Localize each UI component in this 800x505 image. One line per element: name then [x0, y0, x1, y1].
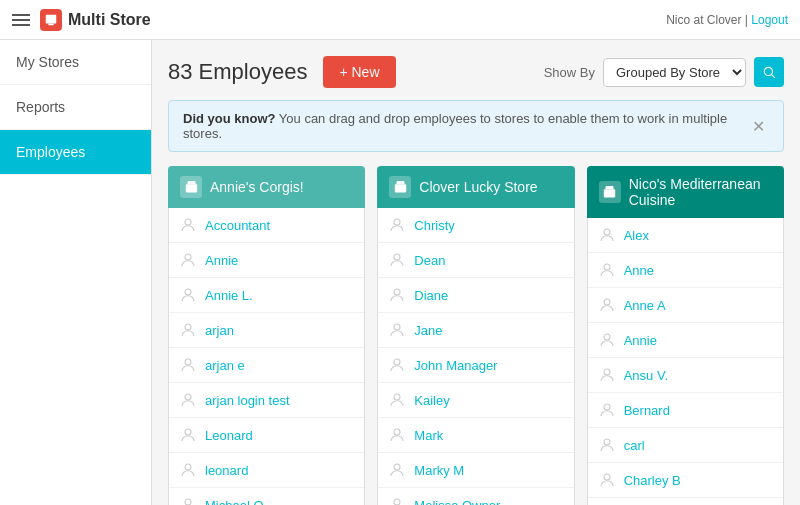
- employee-name: Kailey: [414, 393, 449, 408]
- list-item[interactable]: Christy: [378, 208, 573, 243]
- close-banner-button[interactable]: ✕: [748, 117, 769, 136]
- person-icon: [598, 296, 616, 314]
- logout-link[interactable]: Logout: [751, 13, 788, 27]
- store-name: Clover Lucky Store: [419, 179, 537, 195]
- svg-point-22: [394, 429, 400, 435]
- list-item[interactable]: Melissa Owner: [378, 488, 573, 505]
- person-icon: [598, 331, 616, 349]
- person-icon: [598, 436, 616, 454]
- svg-point-11: [185, 429, 191, 435]
- list-item[interactable]: arjan e: [169, 348, 364, 383]
- employee-name: Annie: [205, 253, 238, 268]
- employee-name: Mark: [414, 428, 443, 443]
- store-icon: [389, 176, 411, 198]
- main-layout: My Stores Reports Employees 83 Employees…: [0, 40, 800, 505]
- person-icon: [388, 461, 406, 479]
- svg-point-21: [394, 394, 400, 400]
- svg-point-19: [394, 324, 400, 330]
- content-header: 83 Employees + New Show By Grouped By St…: [168, 56, 784, 88]
- list-item[interactable]: Mark: [378, 418, 573, 453]
- svg-point-18: [394, 289, 400, 295]
- list-item[interactable]: Diane: [378, 278, 573, 313]
- svg-point-6: [185, 254, 191, 260]
- employee-name: Michael Q: [205, 498, 264, 506]
- employee-name: Alex: [624, 228, 649, 243]
- list-item[interactable]: Ansu V.: [588, 358, 783, 393]
- employee-name: arjan e: [205, 358, 245, 373]
- svg-point-12: [185, 464, 191, 470]
- page-title: 83 Employees: [168, 59, 307, 85]
- list-item[interactable]: Christian B.: [588, 498, 783, 505]
- svg-point-17: [394, 254, 400, 260]
- employee-name: Jane: [414, 323, 442, 338]
- person-icon: [598, 261, 616, 279]
- list-item[interactable]: Charley B: [588, 463, 783, 498]
- list-item[interactable]: Dean: [378, 243, 573, 278]
- sidebar-item-reports[interactable]: Reports: [0, 85, 151, 130]
- list-item[interactable]: John Manager: [378, 348, 573, 383]
- svg-point-31: [604, 369, 610, 375]
- list-item[interactable]: Anne A: [588, 288, 783, 323]
- brand-name: Multi Store: [68, 11, 151, 29]
- store-header-clover-lucky: Clover Lucky Store: [377, 166, 574, 208]
- nav-right: Nico at Clover | Logout: [666, 13, 788, 27]
- list-item[interactable]: Michael Q: [169, 488, 364, 505]
- person-icon: [179, 216, 197, 234]
- person-icon: [388, 426, 406, 444]
- svg-point-24: [394, 499, 400, 505]
- hamburger-menu[interactable]: [12, 14, 30, 26]
- employee-name: Diane: [414, 288, 448, 303]
- info-banner: Did you know? You can drag and drop empl…: [168, 100, 784, 152]
- svg-point-29: [604, 299, 610, 305]
- svg-rect-15: [395, 184, 406, 192]
- employee-list-annies-corgis: Accountant Annie Annie L. arjan: [168, 208, 365, 505]
- store-icon: [599, 181, 621, 203]
- list-item[interactable]: Bernard: [588, 393, 783, 428]
- employee-name: Leonard: [205, 428, 253, 443]
- person-icon: [179, 251, 197, 269]
- sidebar-item-my-stores[interactable]: My Stores: [0, 40, 151, 85]
- svg-point-2: [764, 67, 772, 75]
- list-item[interactable]: arjan login test: [169, 383, 364, 418]
- list-item[interactable]: carl: [588, 428, 783, 463]
- show-by-label: Show By: [544, 65, 595, 80]
- sidebar: My Stores Reports Employees: [0, 40, 152, 505]
- list-item[interactable]: arjan: [169, 313, 364, 348]
- list-item[interactable]: Annie: [588, 323, 783, 358]
- list-item[interactable]: Anne: [588, 253, 783, 288]
- svg-point-34: [604, 474, 610, 480]
- person-icon: [179, 356, 197, 374]
- search-button[interactable]: [754, 57, 784, 87]
- svg-point-30: [604, 334, 610, 340]
- store-header-nicos-mediterranean: Nico's Mediterranean Cuisine: [587, 166, 784, 218]
- grouped-by-select[interactable]: Grouped By Store: [603, 58, 746, 87]
- list-item[interactable]: Jane: [378, 313, 573, 348]
- list-item[interactable]: Accountant: [169, 208, 364, 243]
- brand: Multi Store: [40, 9, 151, 31]
- svg-rect-0: [46, 14, 57, 23]
- svg-point-27: [604, 229, 610, 235]
- employee-name: leonard: [205, 463, 248, 478]
- employee-name: Anne: [624, 263, 654, 278]
- svg-point-32: [604, 404, 610, 410]
- list-item[interactable]: Alex: [588, 218, 783, 253]
- new-button[interactable]: + New: [323, 56, 395, 88]
- employee-name: Annie: [624, 333, 657, 348]
- brand-icon: [40, 9, 62, 31]
- svg-point-23: [394, 464, 400, 470]
- header-right: Show By Grouped By Store: [544, 57, 784, 87]
- list-item[interactable]: Marky M: [378, 453, 573, 488]
- list-item[interactable]: Leonard: [169, 418, 364, 453]
- banner-text: Did you know? You can drag and drop empl…: [183, 111, 748, 141]
- person-icon: [388, 216, 406, 234]
- list-item[interactable]: leonard: [169, 453, 364, 488]
- svg-point-20: [394, 359, 400, 365]
- list-item[interactable]: Annie: [169, 243, 364, 278]
- list-item[interactable]: Kailey: [378, 383, 573, 418]
- person-icon: [179, 461, 197, 479]
- sidebar-item-employees[interactable]: Employees: [0, 130, 151, 175]
- nav-left: Multi Store: [12, 9, 151, 31]
- svg-rect-26: [604, 189, 615, 197]
- list-item[interactable]: Annie L.: [169, 278, 364, 313]
- person-icon: [388, 356, 406, 374]
